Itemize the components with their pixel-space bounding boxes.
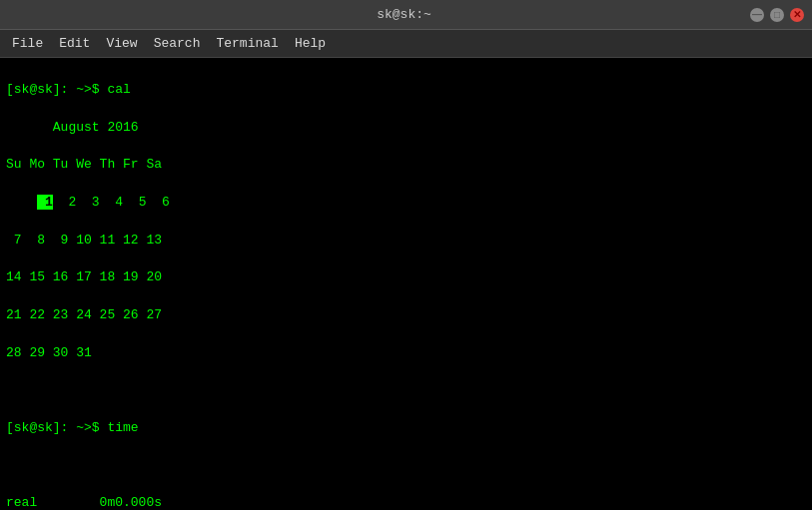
calendar-row: 1 2 3 4 5 6: [6, 194, 806, 213]
terminal-line: 28 29 30 31: [6, 344, 806, 363]
menu-help[interactable]: Help: [287, 34, 334, 53]
today-highlight: 1: [37, 195, 53, 210]
titlebar: sk@sk:~ — □ ✕: [0, 0, 812, 30]
close-button[interactable]: ✕: [790, 8, 804, 22]
menu-edit[interactable]: Edit: [51, 34, 98, 53]
window-title: sk@sk:~: [58, 7, 750, 22]
menu-search[interactable]: Search: [146, 34, 209, 53]
menu-file[interactable]: File: [4, 34, 51, 53]
terminal-line: August 2016: [6, 119, 806, 138]
terminal-line: [sk@sk]: ~>$ cal: [6, 81, 806, 100]
menubar: File Edit View Search Terminal Help: [0, 30, 812, 58]
terminal-line: 21 22 23 24 25 26 27: [6, 306, 806, 325]
terminal-line: 14 15 16 17 18 19 20: [6, 268, 806, 287]
terminal-line: [sk@sk]: ~>$ time: [6, 419, 806, 438]
terminal-line: real 0m0.000s: [6, 494, 806, 510]
terminal-line: 7 8 9 10 11 12 13: [6, 232, 806, 251]
window-controls: — □ ✕: [750, 8, 804, 22]
terminal-blank: [6, 381, 806, 400]
maximize-button[interactable]: □: [770, 8, 784, 22]
menu-view[interactable]: View: [98, 34, 145, 53]
terminal-blank: [6, 457, 806, 476]
menu-terminal[interactable]: Terminal: [208, 34, 286, 53]
minimize-button[interactable]: —: [750, 8, 764, 22]
terminal-area[interactable]: [sk@sk]: ~>$ cal August 2016 Su Mo Tu We…: [0, 58, 812, 510]
terminal-line: Su Mo Tu We Th Fr Sa: [6, 156, 806, 175]
